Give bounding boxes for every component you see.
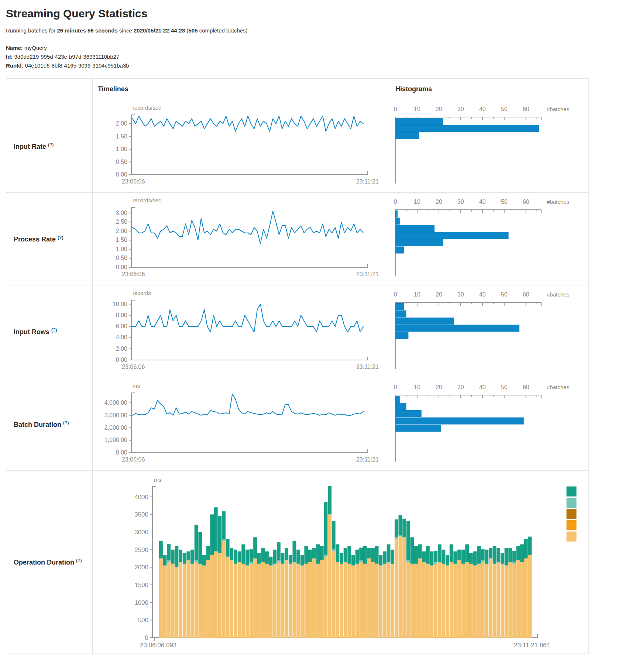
histogram-svg: #batches0102030405060	[390, 100, 588, 192]
svg-text:3,000.00: 3,000.00	[104, 412, 127, 418]
timeline-svg: records0.002.004.006.008.0010.0023:06:06…	[93, 285, 390, 378]
svg-text:40: 40	[479, 291, 486, 298]
svg-text:4,000.00: 4,000.00	[104, 400, 127, 406]
svg-text:2,000.00: 2,000.00	[104, 425, 127, 431]
batch-duration-timeline-chart: ms0.001,000.002,000.003,000.004,000.0023…	[93, 378, 390, 470]
svg-text:500: 500	[138, 617, 148, 624]
svg-text:2500: 2500	[134, 546, 148, 553]
svg-text:1000: 1000	[134, 599, 148, 606]
input-rows-histogram-chart: #batches0102030405060	[390, 285, 588, 378]
summary-paren: (	[185, 27, 188, 34]
query-id-line: Id: 9d0dd219-995d-423e-b97d-36931110bb27	[6, 54, 619, 60]
row-label-input-rows: Input Rows (?)	[6, 285, 93, 378]
table-row: Input Rows (?) records0.002.004.006.008.…	[6, 285, 589, 378]
svg-text:0: 0	[394, 199, 397, 205]
query-name-label: Name:	[6, 45, 23, 51]
summary-batch-count: 505	[189, 27, 198, 34]
svg-text:1.50: 1.50	[116, 133, 127, 140]
svg-text:30: 30	[457, 106, 464, 112]
process-rate-histogram-chart: #batches0102030405060	[390, 193, 588, 285]
input-rate-histogram-chart: #batches0102030405060	[390, 100, 588, 192]
query-name-value: myQuery	[23, 45, 47, 51]
summary-timestamp: 2020/05/21 22:44:28	[134, 27, 185, 34]
svg-text:0.50: 0.50	[116, 159, 127, 165]
batch-duration-histogram-chart: #batches0102030405060	[390, 378, 588, 470]
svg-text:23:06:06: 23:06:06	[122, 271, 145, 277]
summary-prefix: Running batches for	[6, 27, 57, 34]
svg-text:6.00: 6.00	[116, 323, 127, 329]
svg-text:23:11:21.864: 23:11:21.864	[514, 642, 550, 649]
svg-text:23:06:06: 23:06:06	[122, 364, 145, 370]
input-rows-timeline-chart: records0.002.004.006.008.0010.0023:06:06…	[93, 285, 390, 378]
svg-text:23:11:21: 23:11:21	[356, 271, 379, 277]
svg-text:2.00: 2.00	[116, 346, 127, 352]
svg-text:60: 60	[523, 384, 529, 390]
svg-text:1500: 1500	[134, 582, 148, 589]
svg-text:10: 10	[414, 384, 420, 390]
svg-text:40: 40	[479, 106, 486, 112]
svg-text:23:11:21: 23:11:21	[356, 456, 379, 463]
summary-since: since	[118, 27, 134, 34]
timeline-svg: records/sec0.000.501.001.502.0023:06:062…	[93, 100, 390, 192]
svg-text:0: 0	[145, 634, 148, 641]
svg-text:records: records	[133, 290, 151, 296]
svg-text:10: 10	[414, 106, 420, 112]
histogram-svg: #batches0102030405060	[390, 285, 588, 378]
streaming-query-statistics-page: Streaming Query Statistics Running batch…	[0, 0, 625, 672]
svg-text:3500: 3500	[134, 511, 148, 518]
table-row: Input Rate (?) records/sec0.000.501.001.…	[6, 100, 589, 193]
query-id-label: Id:	[6, 54, 13, 60]
svg-text:23:06:06.093: 23:06:06.093	[140, 642, 176, 649]
svg-text:4000: 4000	[134, 494, 148, 501]
statistics-table: Timelines Histograms Input Rate (?) reco…	[6, 78, 589, 654]
svg-text:40: 40	[479, 384, 486, 390]
svg-text:0: 0	[394, 291, 397, 298]
svg-text:10: 10	[414, 291, 420, 298]
row-label-input-rate: Input Rate (?)	[6, 100, 93, 193]
running-batches-summary: Running batches for 26 minutes 56 second…	[6, 27, 619, 34]
operation-duration-svg: ms0500100015002000250030003500400023:06:…	[93, 471, 588, 654]
help-icon[interactable]: (?)	[63, 420, 69, 425]
process-rate-timeline-chart: records/sec0.000.501.001.502.002.503.002…	[93, 193, 390, 285]
row-label-batch-duration: Batch Duration (?)	[6, 378, 93, 471]
svg-text:1.50: 1.50	[116, 237, 127, 243]
svg-text:2.00: 2.00	[116, 120, 127, 127]
help-icon[interactable]: (?)	[58, 235, 63, 240]
help-icon[interactable]: (?)	[76, 558, 82, 563]
svg-text:20: 20	[436, 384, 442, 390]
svg-text:1.00: 1.00	[116, 246, 127, 252]
query-id-value: 9d0dd219-995d-423e-b97d-36931110bb27	[13, 54, 119, 60]
svg-text:0: 0	[394, 384, 397, 390]
svg-text:50: 50	[501, 384, 508, 390]
svg-text:23:11:21: 23:11:21	[356, 364, 379, 370]
help-icon[interactable]: (?)	[48, 142, 54, 147]
header-empty-cell	[6, 79, 93, 100]
histogram-svg: #batches0102030405060	[390, 193, 588, 285]
svg-text:0.00: 0.00	[116, 357, 127, 363]
svg-text:60: 60	[523, 199, 529, 205]
svg-text:30: 30	[457, 291, 464, 298]
svg-text:50: 50	[501, 106, 508, 112]
svg-text:0: 0	[394, 106, 397, 112]
header-histograms: Histograms	[390, 79, 589, 100]
help-icon[interactable]: (?)	[51, 328, 57, 333]
query-meta: Name: myQuery Id: 9d0dd219-995d-423e-b97…	[6, 45, 619, 69]
svg-text:#batches: #batches	[547, 199, 569, 205]
svg-text:20: 20	[436, 106, 442, 112]
svg-text:records/sec: records/sec	[133, 197, 161, 203]
table-header-row: Timelines Histograms	[6, 79, 589, 100]
svg-text:40: 40	[479, 199, 486, 205]
svg-text:10.00: 10.00	[113, 301, 127, 307]
svg-text:60: 60	[523, 291, 529, 298]
svg-text:#batches: #batches	[547, 384, 569, 390]
table-row: Process Rate (?) records/sec0.000.501.00…	[6, 193, 589, 285]
svg-text:8.00: 8.00	[116, 312, 127, 318]
svg-text:0.00: 0.00	[116, 264, 127, 270]
svg-text:50: 50	[501, 199, 508, 205]
operation-duration-stacked-chart: ms0500100015002000250030003500400023:06:…	[93, 471, 588, 654]
table-row: Operation Duration (?) ms050010001500200…	[6, 471, 589, 654]
svg-text:20: 20	[436, 291, 442, 298]
svg-text:#batches: #batches	[547, 106, 569, 112]
timeline-svg: records/sec0.000.501.001.502.002.503.002…	[93, 193, 390, 285]
svg-text:1.00: 1.00	[116, 146, 127, 152]
